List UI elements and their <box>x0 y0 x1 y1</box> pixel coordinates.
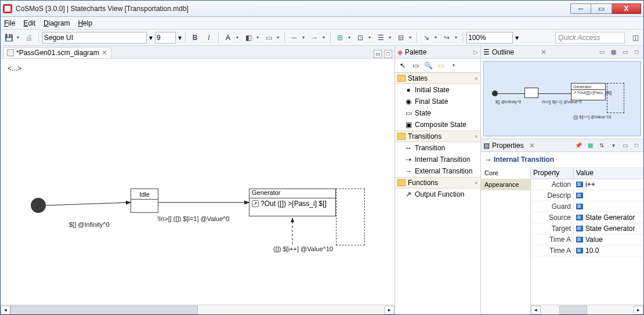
zoom-combo[interactable] <box>466 32 513 44</box>
close-button[interactable]: X <box>612 3 641 14</box>
node-initial-state[interactable] <box>31 198 46 213</box>
toolbar: 💾▾ 🖨 ▾ ▾ B I A▾ ◧▾ ▭▾ ─▾ →▾ ⊞▾ ⊡▾ ☰▾ ⊟▾ … <box>1 30 643 46</box>
bold-icon[interactable]: B <box>189 32 201 44</box>
property-row[interactable]: Actioni++ <box>531 179 643 190</box>
category-core[interactable]: Core <box>481 167 530 179</box>
outline-thumbnail[interactable]: $[] @Infinity^0 !In>[] $[i=1] @Value^0 G… <box>483 61 641 136</box>
property-row[interactable]: Time AValue <box>531 234 643 245</box>
menu-edit[interactable]: Edit <box>23 19 35 27</box>
fontsize-combo[interactable] <box>155 32 176 44</box>
menubar: File Edit Diagram Help <box>1 17 643 30</box>
scroll-thumb[interactable] <box>10 306 198 314</box>
arrowstyle-icon[interactable]: → <box>309 32 320 44</box>
menu-diagram[interactable]: Diagram <box>44 19 70 27</box>
props-cat-icon[interactable]: ▦ <box>585 141 595 150</box>
palette-item-transition[interactable]: ↔Transition <box>395 142 480 154</box>
palette-item-composite-state[interactable]: ▣Composite State <box>395 119 480 131</box>
outline-min-icon[interactable]: ▭ <box>620 48 629 57</box>
fontsize-dropdown[interactable]: ▾ <box>178 34 182 42</box>
fillcolor-dropdown[interactable]: ▾ <box>255 32 261 44</box>
tab-close-icon[interactable]: ✕ <box>102 49 107 57</box>
perspective-icon[interactable]: ◫ <box>629 32 641 44</box>
col-value: Value <box>574 167 643 179</box>
fillcolor-icon[interactable]: ◧ <box>243 32 254 44</box>
outline-close-icon[interactable]: ✕ <box>541 48 547 56</box>
palette-tool-dropdown[interactable]: ▾ <box>448 60 459 71</box>
note-tool-icon[interactable]: ▭ <box>436 60 446 71</box>
props-min-icon[interactable]: ▭ <box>620 141 629 150</box>
align-icon[interactable]: ☰ <box>375 32 386 44</box>
palette-group-states[interactable]: States⋄ <box>395 73 480 84</box>
folder-icon <box>397 179 406 186</box>
font-dropdown[interactable]: ▾ <box>149 34 153 42</box>
value-icon <box>576 204 583 209</box>
props-max-icon[interactable]: □ <box>632 141 641 150</box>
node-idle-state[interactable]: Idle <box>131 189 158 213</box>
palette-title: Palette <box>405 48 426 56</box>
maximize-button[interactable]: ▭ <box>591 3 612 14</box>
palette-item-external-transition[interactable]: →External Transition <box>395 165 480 177</box>
palette-item-final-state[interactable]: ◉Final State <box>395 96 480 107</box>
category-appearance[interactable]: Appearance <box>481 179 530 190</box>
document-icon <box>7 49 14 56</box>
editor-hscrollbar[interactable]: ◂ ▸ <box>1 305 395 314</box>
property-row[interactable]: Descrip <box>531 190 643 201</box>
folder-icon <box>397 75 406 82</box>
connector-icon[interactable]: ↘ <box>421 32 432 44</box>
selection-box[interactable] <box>336 189 365 245</box>
editor-maximize-icon[interactable]: □ <box>384 50 392 58</box>
zoom-tool-icon[interactable]: 🔍 <box>423 60 433 71</box>
palette-group-transitions[interactable]: Transitions⋄ <box>395 131 480 142</box>
menu-help[interactable]: Help <box>78 19 92 27</box>
marquee-tool-icon[interactable]: ▭ <box>410 60 421 71</box>
quick-access-input[interactable]: Quick Access <box>555 32 625 44</box>
fontcolor-icon[interactable]: A <box>222 32 234 44</box>
print-icon[interactable]: 🖨 <box>23 32 35 44</box>
pointer-tool-icon[interactable]: ↖ <box>397 60 408 71</box>
distribute-icon[interactable]: ⊟ <box>395 32 407 44</box>
output-icon: ↗ <box>252 200 259 207</box>
outline-view2-icon[interactable]: ▦ <box>609 48 618 57</box>
palette-group-functions[interactable]: Functions⋄ <box>395 177 480 189</box>
fontcolor-dropdown[interactable]: ▾ <box>234 32 240 44</box>
properties-close-icon[interactable]: ✕ <box>529 142 535 150</box>
palette-item-state[interactable]: ▭State <box>395 107 480 119</box>
editor-tab[interactable]: *PassGen01.scm_diagram ✕ <box>3 47 111 58</box>
font-combo[interactable] <box>42 32 147 44</box>
save-dropdown[interactable]: ▾ <box>15 32 21 44</box>
palette-item-output-function[interactable]: ↗Output Function <box>395 189 480 200</box>
scroll-thumb[interactable] <box>559 306 587 314</box>
edge-label-2: !In>[] ([]) $[i=1] @Value^0 <box>157 215 229 222</box>
editor-minimize-icon[interactable]: ▭ <box>374 50 382 58</box>
scroll-left-icon[interactable]: ◂ <box>531 306 541 314</box>
select-icon[interactable]: ⊡ <box>354 32 366 44</box>
linecolor-dropdown[interactable]: ▾ <box>275 32 281 44</box>
italic-icon[interactable]: I <box>203 32 215 44</box>
linestyle-icon[interactable]: ─ <box>288 32 300 44</box>
scroll-right-icon[interactable]: ▸ <box>634 306 643 314</box>
zoom-dropdown[interactable]: ▾ <box>515 34 519 42</box>
diagram-canvas[interactable]: <...> Idle Generator ↗?Out ([]) >[Pass_i… <box>1 59 395 305</box>
props-pin-icon[interactable]: 📌 <box>574 141 583 150</box>
outline-view1-icon[interactable]: ▭ <box>597 48 606 57</box>
outline-max-icon[interactable]: □ <box>632 48 641 57</box>
router-icon[interactable]: ↪ <box>441 32 453 44</box>
property-row[interactable]: Time A10.0 <box>531 245 643 256</box>
menu-file[interactable]: File <box>4 19 15 27</box>
scroll-right-icon[interactable]: ▸ <box>385 306 395 314</box>
props-filter-icon[interactable]: ⇅ <box>597 141 606 150</box>
property-row[interactable]: TargetState Generator <box>531 223 643 234</box>
property-row[interactable]: Guard <box>531 201 643 212</box>
palette-collapse-icon[interactable]: ▷ <box>473 49 478 55</box>
props-menu-icon[interactable]: ▾ <box>609 141 618 150</box>
save-icon[interactable]: 💾 <box>3 32 15 44</box>
palette-item-initial-state[interactable]: ●Initial State <box>395 84 480 96</box>
scroll-left-icon[interactable]: ◂ <box>1 306 10 314</box>
properties-hscrollbar[interactable]: ◂ ▸ <box>531 305 643 314</box>
property-row[interactable]: SourceState Generator <box>531 212 643 223</box>
node-generator-state[interactable]: Generator ↗?Out ([]) >[Pass_i] $[] <box>249 189 336 216</box>
minimize-button[interactable]: ─ <box>570 3 591 14</box>
autolayout-icon[interactable]: ⊞ <box>334 32 346 44</box>
linecolor-icon[interactable]: ▭ <box>263 32 274 44</box>
palette-item-internal-transition[interactable]: ⇢Internal Transition <box>395 154 480 165</box>
